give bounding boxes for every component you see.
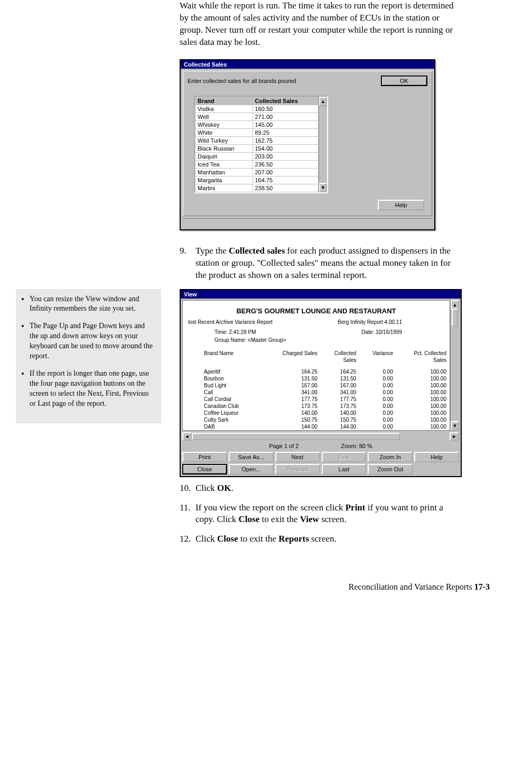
cell-value[interactable]: 145.00 xyxy=(253,120,319,128)
step-10: 10. Click OK. xyxy=(180,482,460,495)
cell-value[interactable]: 164.75 xyxy=(253,176,319,184)
close-button[interactable]: Close xyxy=(182,464,227,474)
cell-variance: 0.00 xyxy=(359,368,396,375)
table-row[interactable]: Manhattan207.00 xyxy=(195,168,319,176)
previous-button[interactable]: Previous xyxy=(275,464,320,474)
cell-brand: Martini xyxy=(195,184,253,192)
scroll-down-icon[interactable]: ▼ xyxy=(451,421,459,431)
first-button[interactable]: First xyxy=(322,452,367,462)
cell-value[interactable]: 238.50 xyxy=(253,184,319,192)
cell-brand: Well xyxy=(195,113,253,120)
report-heading: BERG'S GOURMET LOUNGE AND RESTAURANT xyxy=(183,307,450,315)
zoomin-button[interactable]: Zoom In xyxy=(368,452,413,462)
cell-brand: Vodka xyxy=(195,105,253,113)
table-row: Call341.00341.000.00100.00 xyxy=(183,389,450,396)
ok-button[interactable]: OK xyxy=(381,76,427,86)
table-row[interactable]: Wild Turkey162.75 xyxy=(195,136,319,144)
cell-collected: 167.00 xyxy=(321,382,360,389)
next-button[interactable]: Next xyxy=(275,452,320,462)
help-button[interactable]: Help xyxy=(414,452,459,462)
print-button[interactable]: Print xyxy=(182,452,227,462)
cell-value[interactable]: 207.00 xyxy=(253,168,319,176)
cell-value[interactable]: 162.75 xyxy=(253,136,319,144)
table-row[interactable]: Iced Tea236.50 xyxy=(195,160,319,168)
step-9: 9. Type the Collected sales for each pro… xyxy=(180,245,460,282)
zoomout-button[interactable]: Zoom Out xyxy=(368,464,413,474)
cell-charged: 140.00 xyxy=(264,410,321,416)
help-button[interactable]: Help xyxy=(378,200,424,210)
cell-pct: 100.00 xyxy=(396,389,450,396)
table-row[interactable]: Well271.00 xyxy=(195,113,319,120)
scroll-down-icon[interactable]: ▼ xyxy=(319,183,327,192)
open-button[interactable]: Open... xyxy=(229,464,274,474)
view-vscrollbar[interactable]: ▲ ▼ xyxy=(450,300,459,431)
cell-brand: Manhattan xyxy=(195,168,253,176)
step-number: 12. xyxy=(180,533,195,545)
col-brand: Brand xyxy=(195,97,253,105)
table-row[interactable]: White89.25 xyxy=(195,128,319,136)
cell-value[interactable]: 271.00 xyxy=(253,113,319,120)
scroll-up-icon[interactable]: ▲ xyxy=(319,97,327,106)
cell-variance: 0.00 xyxy=(359,423,396,430)
cell-value[interactable]: 203.00 xyxy=(253,152,319,160)
table-row[interactable]: Whiskey145.00 xyxy=(195,120,319,128)
status-zoom: Zoom: 80 % xyxy=(325,443,388,449)
cell-collected: 177.75 xyxy=(321,396,360,403)
step-number: 10. xyxy=(180,482,195,495)
step-number: 11. xyxy=(180,502,195,526)
saveas-button[interactable]: Save As... xyxy=(229,452,274,462)
cell-charged: 131.50 xyxy=(264,375,321,382)
page-footer: Reconciliation and Variance Reports 17-3 xyxy=(16,582,490,592)
table-row[interactable]: Daiquiri203.00 xyxy=(195,152,319,160)
col-pct: Pct. Collected xyxy=(396,350,450,357)
cell-charged: 164.25 xyxy=(264,368,321,375)
scroll-thumb[interactable] xyxy=(192,433,400,440)
status-page: Page 1 of 2 xyxy=(253,443,314,449)
cell-value[interactable]: 89.25 xyxy=(253,128,319,136)
view-title: View xyxy=(181,290,461,299)
cell-brand: Black Russian xyxy=(195,144,253,152)
col-collected: Collected xyxy=(321,350,360,357)
scroll-left-icon[interactable]: ◄ xyxy=(182,432,192,441)
dialog-title: Collected Sales xyxy=(181,60,434,69)
cell-value[interactable]: 154.00 xyxy=(253,144,319,152)
cell-collected: 173.75 xyxy=(321,403,360,410)
last-button[interactable]: Last xyxy=(322,464,367,474)
view-hscrollbar[interactable]: ◄ ► xyxy=(182,432,459,441)
cell-variance: 0.00 xyxy=(359,396,396,403)
cell-collected: 131.50 xyxy=(321,375,360,382)
table-row[interactable]: Margarita164.75 xyxy=(195,176,319,184)
side-note-item: If the report is longer than one page, u… xyxy=(30,369,155,409)
cell-pct: 100.00 xyxy=(396,403,450,410)
cell-collected: 164.25 xyxy=(321,368,360,375)
grid-scrollbar[interactable]: ▲ ▼ xyxy=(319,97,327,192)
view-statusbar: Page 1 of 2 Zoom: 80 % xyxy=(181,442,461,450)
table-row[interactable]: Martini238.50 xyxy=(195,184,319,192)
collected-sales-grid[interactable]: Brand Collected Sales Vodka160.50Well271… xyxy=(194,96,328,193)
cell-charged: 341.00 xyxy=(264,389,321,396)
table-row[interactable]: Vodka160.50 xyxy=(195,105,319,113)
cell-brand: Bourbon xyxy=(183,375,264,382)
cell-value[interactable]: 236.50 xyxy=(253,160,319,168)
cell-brand: Whiskey xyxy=(195,120,253,128)
table-row: Bourbon131.50131.500.00100.00 xyxy=(183,375,450,382)
side-note-item: The Page Up and Page Down keys and the u… xyxy=(30,321,155,361)
report-subtitle-right: Berg Infinity Report 4.00.11 xyxy=(338,319,402,325)
cell-brand: Coffee Liqueur xyxy=(183,410,264,416)
cell-value[interactable]: 160.50 xyxy=(253,105,319,113)
dialog-statusbar xyxy=(183,218,432,227)
table-row[interactable]: Black Russian154.00 xyxy=(195,144,319,152)
cell-brand: DAB xyxy=(183,423,264,430)
cell-brand: Daiquiri xyxy=(195,152,253,160)
table-row: Call Cordial177.75177.750.00100.00 xyxy=(183,396,450,403)
scroll-thumb[interactable] xyxy=(452,309,458,327)
cell-variance: 0.00 xyxy=(359,382,396,389)
report-group: Group Name: <Master Group> xyxy=(183,337,450,343)
cell-pct: 100.00 xyxy=(396,368,450,375)
cell-pct: 100.00 xyxy=(396,410,450,416)
cell-pct: 100.00 xyxy=(396,375,450,382)
col-variance: Variance xyxy=(359,350,396,357)
scroll-right-icon[interactable]: ► xyxy=(450,432,459,441)
side-note: You can resize the View window and Infin… xyxy=(16,289,161,424)
cell-brand: Margarita xyxy=(195,176,253,184)
